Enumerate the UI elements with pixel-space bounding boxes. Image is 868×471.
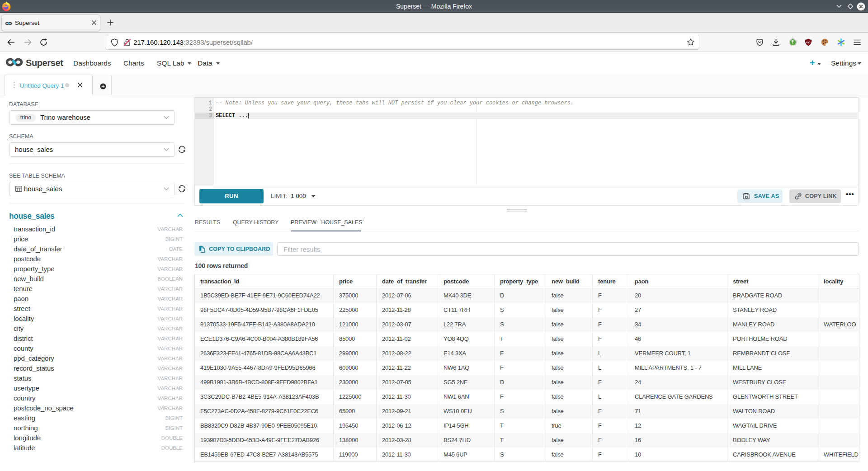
svg-text:UO: UO <box>806 41 810 44</box>
